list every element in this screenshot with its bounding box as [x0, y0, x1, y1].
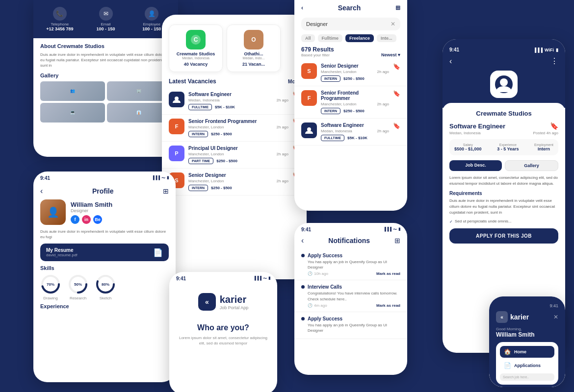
req-text2-row: ✓ Sed ut perspiciatis unde omnis...	[449, 219, 558, 224]
profile-nav: ‹ Profile ⊞	[33, 183, 176, 199]
tab-gallery[interactable]: Gallery	[505, 160, 558, 171]
notif-item-2[interactable]: Apply Success You has apply an job in Qu…	[294, 312, 407, 339]
mini-nav-applications[interactable]: 📄 Applications	[500, 360, 554, 371]
notif-mark-1[interactable]: Mark as read	[376, 303, 400, 308]
vacancy-salary-0: $5K - $10K	[215, 105, 235, 109]
more-options-icon[interactable]: ⋮	[550, 56, 558, 66]
facebook-icon[interactable]: f	[71, 215, 79, 224]
mini-apps-label: Applications	[514, 363, 541, 368]
results-header: 679 Results Based your filter Newest ▾	[294, 42, 407, 59]
search-filter-tabs: All Fulltime Freelance Inte...	[294, 34, 407, 42]
vacancy-salary-1: $250 - $500	[211, 132, 232, 136]
mini-search-bar[interactable]: Search job here..	[500, 373, 554, 381]
vacancy-item-1[interactable]: F Senior Frontend Programmer Manchester,…	[162, 115, 307, 142]
vacancy-item-2[interactable]: P Principal UI Designer Manchester, Lond…	[162, 142, 307, 169]
search-result-0[interactable]: S Senior Designer Manchester, London 2h …	[294, 59, 407, 86]
search-query[interactable]: Designer	[306, 21, 391, 27]
filter-all[interactable]: All	[301, 34, 315, 42]
home-icon: 🏠	[504, 348, 511, 355]
othathi-logo: O	[244, 30, 263, 49]
company-card-crewmate[interactable]: C Crewmate Studios Medan, Indonesia 40 V…	[169, 24, 223, 72]
splash-app-name: karier	[510, 313, 529, 321]
onboarding-signal: ▐▐▐	[253, 276, 261, 281]
tab-job-desc[interactable]: Job Desc.	[449, 160, 502, 171]
job-bookmark-icon[interactable]: 🔖	[550, 122, 558, 130]
notif-filter-icon[interactable]: ⊞	[394, 237, 400, 245]
search-filter-icon[interactable]: ⊞	[395, 4, 400, 11]
notif-time-row-1: 🕐 4m ago Mark as read	[301, 303, 400, 308]
applications-icon: 📄	[504, 362, 511, 369]
notif-signal: ▐▐▐	[383, 227, 391, 232]
vacancies-list-header: Latest Vacancies More	[162, 76, 307, 88]
result-bookmark-1[interactable]: 🔖	[393, 90, 400, 97]
resume-download-icon[interactable]: 📄	[153, 248, 163, 257]
resume-bar[interactable]: My Resume david_resume.pdf 📄	[40, 244, 169, 261]
results-count: 679 Results	[301, 46, 334, 53]
vacancy-time-3: 2h ago	[277, 179, 288, 183]
profile-signal-icon: ▐▐▐	[152, 175, 160, 181]
notif-screen-title: Notifications	[304, 237, 394, 245]
back-icon[interactable]: ‹	[449, 57, 452, 66]
notif-wifi: 〜	[393, 227, 397, 232]
email-label: Email	[101, 22, 111, 26]
social-icons: f in Be	[71, 215, 112, 224]
company-card-othathi[interactable]: O Othathi... Medan, Indo... 21 Vacan...	[227, 24, 281, 72]
profile-settings-icon[interactable]: ⊞	[163, 187, 169, 195]
result-bookmark-2[interactable]: 🔖	[393, 122, 400, 129]
sort-label[interactable]: Newest ▾	[381, 52, 400, 57]
vacancy-logo-2: P	[169, 146, 184, 161]
notif-battery: ▮	[398, 227, 400, 232]
filter-freelance[interactable]: Freelance	[345, 34, 374, 42]
onboarding-time: 9:41	[176, 276, 186, 281]
search-bar[interactable]: Designer ✕	[301, 18, 400, 30]
splash-body: 9:41 « karier ✕ Good Morning, William Sm…	[489, 296, 565, 387]
karier-icon: «	[198, 293, 216, 311]
splash-header: « karier ✕	[496, 311, 558, 323]
salary-value: $500 - $1,000	[454, 147, 482, 151]
vacancy-tags-0: FULLTIME $5K - $10K	[188, 104, 288, 110]
vacancy-item-0[interactable]: Software Engineer Medan, Indonesia 2h ag…	[162, 88, 307, 115]
notif-desc-0: You has apply an job in Queenify Group a…	[301, 259, 400, 270]
vacancy-type-3: INTERN	[188, 185, 208, 191]
notif-dot-1	[301, 285, 305, 289]
research-label: Research	[70, 296, 86, 300]
search-result-2[interactable]: Software Engineer Medan, Indonesia 2h ag…	[294, 119, 407, 146]
result-bookmark-0[interactable]: 🔖	[393, 63, 400, 70]
onboarding-wifi: 〜	[263, 276, 267, 281]
email-icon: ✉	[99, 7, 113, 21]
mini-nav-home[interactable]: 🏠 Home	[500, 346, 554, 358]
profile-status-bar: 9:41 ▐▐▐ 〜 ▮	[33, 172, 176, 183]
instagram-icon[interactable]: in	[82, 215, 91, 224]
vacancy-tags-3: INTERN $250 - $500	[188, 185, 288, 191]
filter-other[interactable]: Inte...	[377, 34, 396, 42]
apply-button[interactable]: APPLY FOR THIS JOB	[449, 228, 558, 244]
vacancy-time-1: 2h ago	[277, 125, 288, 129]
notif-item-0[interactable]: Apply Success You has apply an job in Qu…	[294, 249, 407, 280]
notif-nav: ‹ Notifications ⊞	[294, 234, 407, 249]
salary-label: Salary	[463, 143, 473, 147]
vacancies-status-bar	[162, 15, 307, 21]
result-loc-time-2: Medan, Indonesia 2h ago	[321, 129, 389, 133]
job-tabs: Job Desc. Gallery	[449, 160, 558, 171]
notif-item-1[interactable]: Interview Calls Congratulations! You hav…	[294, 280, 407, 312]
drawing-pct: 70%	[47, 282, 54, 287]
result-title-2: Software Engineer	[321, 122, 389, 128]
vacancy-item-3[interactable]: S Senior Designer Manchester, London 2h …	[162, 169, 307, 196]
search-result-1[interactable]: F Senior Frontend Programmer Manchester,…	[294, 86, 407, 119]
vacancy-type-0: FULLTIME	[188, 104, 212, 110]
behance-icon[interactable]: Be	[93, 215, 102, 224]
filter-fulltime[interactable]: Fulltime	[318, 34, 343, 42]
splash-close-icon[interactable]: ✕	[553, 314, 558, 320]
search-clear-icon[interactable]: ✕	[391, 21, 395, 27]
profile-back-icon[interactable]: ‹	[40, 187, 43, 196]
notif-mark-0[interactable]: Mark as read	[376, 271, 400, 276]
notif-status-bar: 9:41 ▐▐▐ 〜 ▮	[294, 223, 407, 234]
vacancies-title: Latest Vacancies	[169, 78, 216, 85]
result-logo-1: F	[301, 90, 317, 106]
job-stats-row: Salary $500 - $1,000 Experience 3 - 5 Ye…	[449, 139, 558, 155]
result-type-2: FULLTIME	[321, 135, 344, 141]
vacancy-time-2: 2h ago	[277, 152, 288, 156]
splash-user-name: William Smith	[496, 331, 558, 338]
telephone-value: +12 3456 789	[46, 26, 73, 31]
signal-icon: ▐▐▐	[533, 48, 543, 52]
